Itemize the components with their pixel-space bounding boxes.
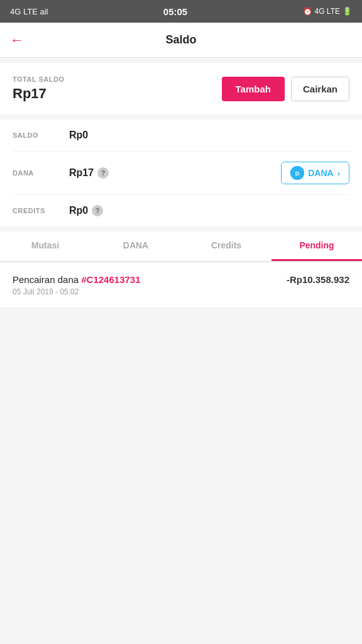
dana-badge[interactable]: D DANA › [281, 162, 349, 184]
transaction-code: #C124613731 [81, 274, 140, 285]
tambah-button[interactable]: Tambah [222, 77, 285, 101]
status-bar: 4G LTE ail 05:05 ⏰ 4G LTE 🔋 [0, 0, 362, 23]
tab-pending[interactable]: Pending [272, 231, 362, 261]
saldo-card: TOTAL SALDO Rp17 Tambah Cairkan [0, 63, 362, 114]
saldo-actions: Tambah Cairkan [222, 77, 349, 101]
transaction-amount: -Rp10.358.932 [287, 274, 349, 285]
status-time: 05:05 [163, 6, 187, 17]
app-header: ← Saldo [0, 23, 362, 58]
network-indicator: 4G LTE ail [10, 7, 48, 16]
saldo-info: TOTAL SALDO Rp17 [13, 75, 65, 102]
transaction-info: Pencairan dana #C124613731 05 Juli 2019 … [13, 274, 141, 296]
network-right: 4G LTE [315, 7, 340, 16]
credits-amount: Rp0 [69, 205, 88, 216]
details-section: SALDO Rp0 DANA Rp17 ? D DANA › CREDITS R… [0, 119, 362, 226]
back-button[interactable]: ← [10, 32, 24, 48]
detail-key-credits: CREDITS [13, 207, 69, 214]
back-arrow-icon: ← [10, 32, 24, 48]
saldo-amount: Rp17 [13, 86, 65, 102]
credits-help-icon[interactable]: ? [92, 205, 103, 216]
transaction-date: 05 Juli 2019 - 05:02 [13, 287, 141, 296]
tab-mutasi[interactable]: Mutasi [0, 231, 90, 261]
detail-row-credits: CREDITS Rp0 ? [13, 195, 349, 226]
status-left: 4G LTE ail [10, 7, 48, 16]
tab-credits[interactable]: Credits [181, 231, 272, 261]
detail-key-dana: DANA [13, 169, 69, 177]
transaction-text: Pencairan dana [13, 274, 81, 285]
dana-chevron-icon: › [337, 169, 340, 178]
dana-help-icon[interactable]: ? [97, 167, 109, 179]
saldo-label: TOTAL SALDO [13, 75, 65, 83]
tab-dana[interactable]: DANA [90, 231, 181, 261]
alarm-icon: ⏰ [303, 7, 312, 16]
detail-value-saldo: Rp0 [69, 130, 88, 141]
detail-row-saldo: SALDO Rp0 [13, 119, 349, 152]
dana-label: DANA [308, 168, 333, 178]
transaction-title: Pencairan dana #C124613731 [13, 274, 141, 285]
detail-value-dana: Rp17 ? [69, 167, 109, 179]
tabs: Mutasi DANA Credits Pending [0, 231, 362, 262]
dana-logo: D [290, 166, 304, 180]
page-title: Saldo [165, 33, 196, 47]
detail-value-credits: Rp0 ? [69, 205, 103, 216]
dana-amount: Rp17 [69, 167, 94, 179]
battery-icon: 🔋 [343, 7, 352, 16]
detail-key-saldo: SALDO [13, 131, 69, 139]
dana-logo-svg: D [290, 166, 304, 180]
transaction-list: Pencairan dana #C124613731 05 Juli 2019 … [0, 263, 362, 308]
detail-row-dana: DANA Rp17 ? D DANA › [13, 152, 349, 195]
status-right: ⏰ 4G LTE 🔋 [303, 7, 352, 16]
svg-text:D: D [295, 170, 300, 177]
table-row: Pencairan dana #C124613731 05 Juli 2019 … [0, 263, 362, 308]
cairkan-button[interactable]: Cairkan [291, 77, 349, 101]
